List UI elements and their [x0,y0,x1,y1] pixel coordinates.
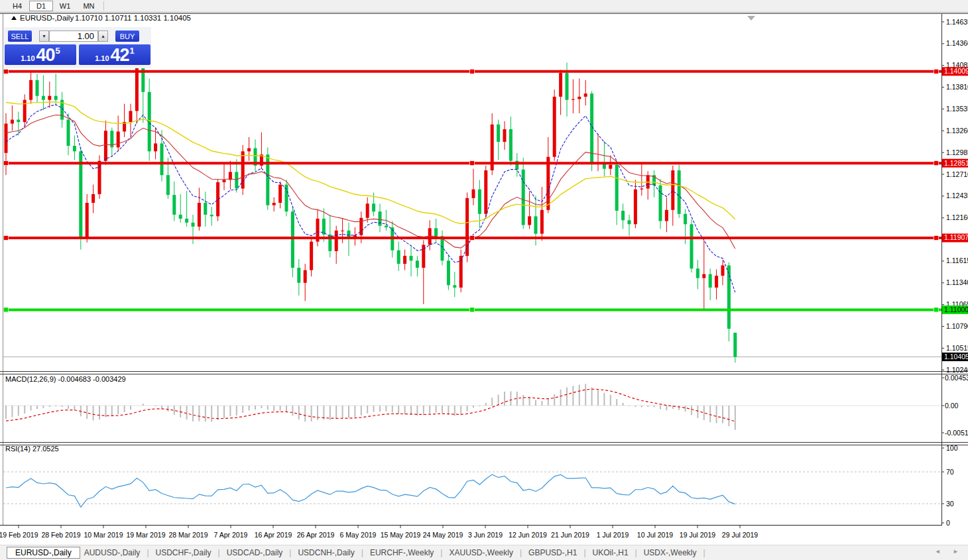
price-axis-label: 1.12710 [946,170,968,178]
symbol-tab-xauusd[interactable]: XAUUSD-,Weekly [445,547,516,558]
line-handle[interactable] [470,308,475,312]
trading-platform-window: H4 D1 W1 MN 1.146351.143601.140851.13810… [0,0,968,560]
symbol-tab-ukoil[interactable]: UKOil-,H1 [589,547,633,558]
price-tag-label: 1.10405 [944,353,968,361]
one-click-trading-panel: SELL ▼ ▲ BUY 1.10405 1.10421 [4,27,151,68]
date-axis-label: 3 Jun 2019 [468,531,503,539]
symbol-tab-usdx[interactable]: USDX-,Weekly [640,547,701,558]
date-axis-label: 29 Jul 2019 [722,531,758,539]
macd-axis-label: -0.005122 [945,429,968,437]
chart-area[interactable]: 1.146351.143601.140851.138101.135351.132… [0,13,968,545]
timeframe-button-mn[interactable]: MN [77,1,101,11]
symbol-tab-usdchf[interactable]: USDCHF-,Daily [152,547,215,558]
date-axis-label: 28 Mar 2019 [169,531,208,539]
buy-price-sup: 1 [130,46,135,56]
date-axis-label: 19 Jul 2019 [680,531,715,539]
tab-separator: | [583,548,585,557]
line-handle[interactable] [934,235,939,240]
price-tag-label: 1.12851 [944,159,968,167]
tab-separator: | [147,548,149,557]
price-axis-label: 1.10240 [946,366,968,374]
symbol-tab-usdcnh[interactable]: USDCNH-,Daily [294,547,358,558]
date-axis-label: 10 Mar 2019 [84,531,123,539]
line-handle[interactable] [470,69,475,74]
symbol-tab-bar: EURUSD-,DailyAUDUSD-,Daily|USDCHF-,Daily… [0,545,968,560]
date-axis-label: 24 May 2019 [423,531,463,539]
tab-separator: | [635,548,637,557]
chart-background [0,13,968,545]
timeframe-button-d1[interactable]: D1 [29,1,53,11]
price-axis-label: 1.11340 [946,278,968,286]
sell-price-big: 40 [36,47,55,63]
date-axis-label: 10 Jul 2019 [637,531,673,539]
line-handle[interactable] [470,161,475,166]
price-axis-label: 1.14360 [946,39,968,47]
macd-axis-label: 0.004532 [945,374,968,382]
macd-axis-label: 0.00 [945,402,959,410]
price-tag-label: 1.14009 [944,67,968,75]
price-axis-label: 1.10515 [946,344,968,352]
date-axis-label: 1 Jul 2019 [597,531,629,539]
price-axis-label: 1.11615 [946,256,968,264]
tab-separator: | [520,548,522,557]
symbol-tab-eurusd[interactable]: EURUSD-,Daily [7,547,80,559]
tab-separator: | [289,548,291,557]
date-axis-label: 15 May 2019 [381,531,421,539]
line-handle[interactable] [4,308,9,312]
tab-separator: | [218,548,220,557]
line-handle[interactable] [934,69,939,74]
date-axis-label: 6 May 2019 [340,531,377,539]
volume-input[interactable] [49,30,98,42]
line-handle[interactable] [934,161,939,166]
symbol-tab-eurchf[interactable]: EURCHF-,Weekly [366,547,438,558]
price-tag-label: 1.11907 [944,233,968,241]
buy-price-big: 42 [111,47,129,63]
buy-button[interactable]: BUY [115,30,139,42]
date-axis-label: 26 Apr 2019 [297,531,335,539]
rsi-axis-label: 30 [946,500,954,508]
rsi-label: RSI(14) 27.0525 [5,445,59,453]
rsi-axis-label: 0 [946,519,950,527]
chart-title-ohlc: 1.10710 1.10711 1.10331 1.10405 [75,14,191,22]
line-handle[interactable] [4,161,9,166]
price-axis-label: 1.13535 [946,105,968,113]
date-axis-label: 16 Apr 2019 [255,531,292,539]
price-axis-label: 1.12985 [946,148,968,156]
tab-separator: | [361,548,363,557]
sell-button[interactable]: SELL [8,30,32,42]
tab-separator: | [440,548,442,557]
price-axis-label: 1.12435 [946,192,968,199]
price-axis-label: 1.13260 [946,127,968,135]
timeframe-button-w1[interactable]: W1 [53,1,77,11]
chart-title-symbol: EURUSD-,Daily [20,14,74,22]
volume-increase-button[interactable]: ▲ [98,30,108,42]
price-axis-label: 1.10790 [946,322,968,330]
symbol-tab-audusd[interactable]: AUDUSD-,Daily [80,547,145,558]
tab-separator: | [703,548,705,557]
buy-price-button[interactable]: 1.10421 [79,44,151,65]
macd-label: MACD(12,26,9) -0.004683 -0.003429 [5,375,126,383]
date-axis-label: 7 Apr 2019 [214,531,248,539]
timeframe-button-h4[interactable]: H4 [5,1,29,11]
line-handle[interactable] [934,308,939,312]
symbol-tab-usdcad[interactable]: USDCAD-,Daily [223,547,287,558]
line-handle[interactable] [4,235,9,240]
price-axis-label: 1.12160 [946,213,968,221]
price-tag-label: 1.11000 [944,306,968,313]
rsi-axis-label: 70 [946,468,954,476]
price-axis-label: 1.14635 [946,18,968,26]
rsi-axis-label: 100 [946,444,958,452]
line-handle[interactable] [4,69,9,74]
date-axis-label: 19 Feb 2019 [0,531,38,539]
volume-decrease-button[interactable]: ▼ [39,30,49,42]
price-axis-label: 1.13810 [946,83,968,91]
toolbar-separator [103,1,104,11]
sell-price-sup: 5 [56,46,60,56]
buy-price-prefix: 1.10 [95,54,109,63]
date-axis-label: 12 Jun 2019 [509,531,547,539]
symbol-tab-gbpusd[interactable]: GBPUSD-,H1 [524,547,581,558]
tab-scroll-left-icon[interactable]: ◄ [935,548,946,555]
sell-price-button[interactable]: 1.10405 [5,44,76,65]
line-handle[interactable] [470,235,475,240]
tab-scroll-right-icon[interactable]: ► [953,548,964,555]
